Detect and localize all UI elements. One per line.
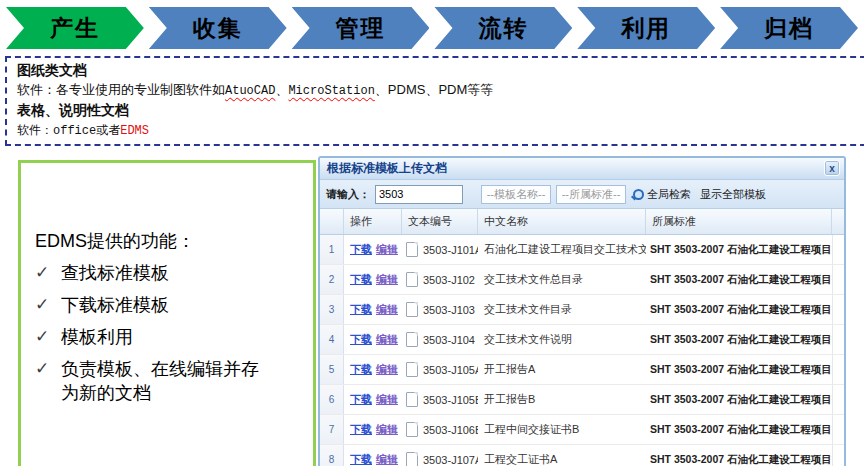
header-standard[interactable]: 所属标准 bbox=[646, 209, 832, 234]
document-icon bbox=[406, 332, 418, 347]
table-row[interactable]: 6 下载 编辑 3503-J105B 开工报告B SHT 3503-2007 石… bbox=[320, 385, 844, 415]
document-icon bbox=[406, 272, 418, 287]
doc-name: 工程交工证书A bbox=[478, 445, 646, 466]
operation-cell: 下载 编辑 bbox=[344, 235, 402, 264]
spare-cell bbox=[832, 265, 844, 294]
doc-standard: SHT 3503-2007 石油化工建设工程项目交工... bbox=[646, 385, 832, 414]
doc-code: 3503-J103 bbox=[423, 304, 475, 316]
table-row[interactable]: 2 下载 编辑 3503-J102 交工技术文件总目录 SHT 3503-200… bbox=[320, 265, 844, 295]
table-row[interactable]: 1 下载 编辑 3503-J101A 石油化工建设工程项目交工技术文件封面A S… bbox=[320, 235, 844, 265]
doc-standard: SHT 3503-2007 石油化工建设工程项目交工... bbox=[646, 325, 832, 354]
global-search-button[interactable]: 全局检索 bbox=[631, 187, 691, 202]
feature-item-label: 查找标准模板 bbox=[61, 261, 169, 285]
operation-cell: 下载 编辑 bbox=[344, 325, 402, 354]
doc-code-cell: 3503-J106B bbox=[402, 415, 478, 444]
download-link[interactable]: 下载 bbox=[350, 452, 372, 466]
document-types-box: 图纸类文档 软件：各专业使用的专业制图软件如AtuoCAD、MicroStati… bbox=[5, 56, 864, 146]
software-edms: EDMS bbox=[120, 124, 149, 138]
header-spare bbox=[832, 209, 844, 234]
table-row[interactable]: 5 下载 编辑 3503-J105A 开工报告A SHT 3503-2007 石… bbox=[320, 355, 844, 385]
download-link[interactable]: 下载 bbox=[350, 242, 372, 257]
table-header: 操作 文本编号 中文名称 所属标准 bbox=[320, 209, 844, 235]
download-link[interactable]: 下载 bbox=[350, 392, 372, 407]
doc-code-cell: 3503-J103 bbox=[402, 295, 478, 324]
table-body: 1 下载 编辑 3503-J101A 石油化工建设工程项目交工技术文件封面A S… bbox=[320, 235, 844, 466]
doc-name: 石油化工建设工程项目交工技术文件封面A bbox=[478, 235, 646, 264]
drawing-software-suffix: 、PDMS、PDM等等 bbox=[375, 82, 493, 97]
operation-cell: 下载 编辑 bbox=[344, 385, 402, 414]
header-rownum bbox=[320, 209, 344, 234]
upload-template-window: 根据标准模板上传文档 x 请输入： --模板名称-- --所属标准-- 全局检索… bbox=[318, 156, 846, 466]
global-search-label: 全局检索 bbox=[647, 187, 691, 202]
doc-code-cell: 3503-J105B bbox=[402, 385, 478, 414]
process-step-manage: 管理 bbox=[292, 7, 430, 49]
table-row[interactable]: 3 下载 编辑 3503-J103 交工技术文件目录 SHT 3503-2007… bbox=[320, 295, 844, 325]
search-icon bbox=[631, 188, 644, 201]
feature-item-label: 负责模板、在线编辑并存为新的文档 bbox=[61, 357, 267, 405]
feature-item: ✓下载标准模板 bbox=[35, 293, 313, 317]
process-step-archive: 归档 bbox=[720, 7, 858, 49]
header-operation[interactable]: 操作 bbox=[344, 209, 402, 234]
separator: 、 bbox=[275, 82, 288, 97]
feature-item-label: 模板利用 bbox=[61, 325, 133, 349]
download-link[interactable]: 下载 bbox=[350, 332, 372, 347]
software-microstation: MicroStation bbox=[288, 84, 374, 98]
edit-link[interactable]: 编辑 bbox=[376, 452, 398, 466]
template-name-filter[interactable]: --模板名称-- bbox=[481, 185, 551, 204]
edit-link[interactable]: 编辑 bbox=[376, 302, 398, 317]
table-row[interactable]: 4 下载 编辑 3503-J104 交工技术文件说明 SHT 3503-2007… bbox=[320, 325, 844, 355]
doc-name: 交工技术文件总目录 bbox=[478, 265, 646, 294]
process-step-collect: 收集 bbox=[149, 7, 287, 49]
drawing-software-prefix: 软件：各专业使用的专业制图软件如 bbox=[17, 82, 225, 97]
doc-code: 3503-J102 bbox=[423, 274, 475, 286]
edit-link[interactable]: 编辑 bbox=[376, 422, 398, 437]
edit-link[interactable]: 编辑 bbox=[376, 362, 398, 377]
doc-standard: SHT 3503-2007 石油化工建设工程项目交工... bbox=[646, 415, 832, 444]
download-link[interactable]: 下载 bbox=[350, 422, 372, 437]
download-link[interactable]: 下载 bbox=[350, 362, 372, 377]
header-doc-code[interactable]: 文本编号 bbox=[402, 209, 478, 234]
feature-item: ✓模板利用 bbox=[35, 325, 313, 349]
check-icon: ✓ bbox=[35, 325, 61, 349]
check-icon: ✓ bbox=[35, 261, 61, 285]
spare-cell bbox=[832, 235, 844, 264]
edit-link[interactable]: 编辑 bbox=[376, 242, 398, 257]
spare-cell bbox=[832, 355, 844, 384]
drawing-docs-heading: 图纸类文档 bbox=[17, 61, 864, 80]
edms-features-box: EDMS提供的功能： ✓查找标准模板✓下载标准模板✓模板利用✓负责模板、在线编辑… bbox=[18, 160, 316, 466]
window-title: 根据标准模板上传文档 bbox=[327, 161, 447, 175]
close-icon[interactable]: x bbox=[824, 160, 840, 176]
process-step-transfer: 流转 bbox=[434, 7, 572, 49]
doc-name: 交工技术文件目录 bbox=[478, 295, 646, 324]
row-number: 1 bbox=[320, 235, 344, 264]
document-icon bbox=[406, 392, 418, 407]
doc-code-cell: 3503-J104 bbox=[402, 325, 478, 354]
row-number: 5 bbox=[320, 355, 344, 384]
standard-filter[interactable]: --所属标准-- bbox=[556, 185, 626, 204]
download-link[interactable]: 下载 bbox=[350, 302, 372, 317]
search-toolbar: 请输入： --模板名称-- --所属标准-- 全局检索 显示全部模板 bbox=[320, 180, 844, 209]
show-all-templates-button[interactable]: 显示全部模板 bbox=[700, 187, 766, 202]
edms-feature-list: ✓查找标准模板✓下载标准模板✓模板利用✓负责模板、在线编辑并存为新的文档 bbox=[35, 261, 313, 405]
window-titlebar[interactable]: 根据标准模板上传文档 x bbox=[320, 158, 844, 180]
table-row[interactable]: 8 下载 编辑 3503-J107A 工程交工证书A SHT 3503-2007… bbox=[320, 445, 844, 466]
process-bar: 产生 收集 管理 流转 利用 归档 bbox=[6, 7, 858, 49]
download-link[interactable]: 下载 bbox=[350, 272, 372, 287]
edms-features-title: EDMS提供的功能： bbox=[35, 229, 313, 253]
search-input[interactable] bbox=[375, 185, 463, 204]
doc-code: 3503-J105A bbox=[423, 364, 478, 376]
header-chinese-name[interactable]: 中文名称 bbox=[478, 209, 646, 234]
operation-cell: 下载 编辑 bbox=[344, 415, 402, 444]
edit-link[interactable]: 编辑 bbox=[376, 332, 398, 347]
doc-name: 工程中间交接证书B bbox=[478, 415, 646, 444]
search-input-label: 请输入： bbox=[326, 187, 370, 202]
row-number: 3 bbox=[320, 295, 344, 324]
doc-standard: SHT 3503-2007 石油化工建设工程项目交工... bbox=[646, 445, 832, 466]
doc-code-cell: 3503-J107A bbox=[402, 445, 478, 466]
edit-link[interactable]: 编辑 bbox=[376, 392, 398, 407]
doc-code-cell: 3503-J102 bbox=[402, 265, 478, 294]
edit-link[interactable]: 编辑 bbox=[376, 272, 398, 287]
doc-standard: SHT 3503-2007 石油化工建设工程项目交工... bbox=[646, 355, 832, 384]
table-row[interactable]: 7 下载 编辑 3503-J106B 工程中间交接证书B SHT 3503-20… bbox=[320, 415, 844, 445]
process-step-produce: 产生 bbox=[6, 7, 144, 49]
